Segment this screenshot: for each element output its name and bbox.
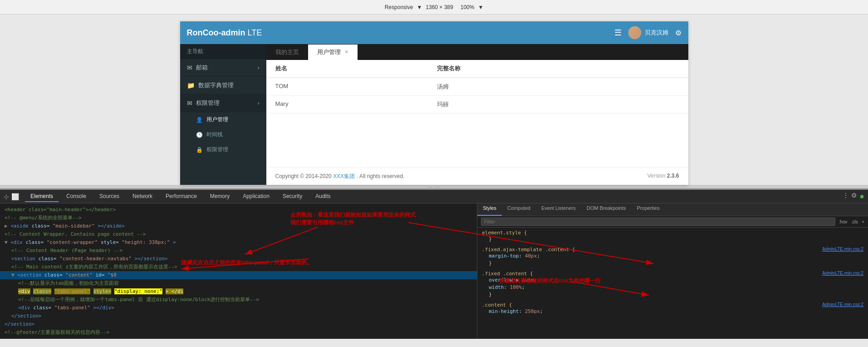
sidebar-sub-item-perm[interactable]: 🔒 权限管理 <box>180 142 266 157</box>
cursor-tool-icon[interactable]: ⊹ <box>4 193 9 200</box>
tab-users-label: 用户管理 <box>317 48 341 56</box>
dimensions-display: 1360 × 389 <box>426 4 453 10</box>
styles-tab-properties[interactable]: Properties <box>632 203 665 216</box>
share-icon[interactable]: ⚙ <box>675 29 682 37</box>
styles-tabs: Styles Computed Event Listeners DOM Brea… <box>477 203 868 216</box>
style-prop-4: overflow:▶ auto; <box>482 277 863 284</box>
dom-line-10[interactable]: <!--默认显示为tab面板，初始化为主页面容 <box>0 279 477 288</box>
devtools-styles-panel: Styles Computed Event Listeners DOM Brea… <box>477 203 868 339</box>
tab-home[interactable]: 我的主页 <box>266 45 308 60</box>
sidebar-sub-item-users[interactable]: 👤 用户管理 <box>180 112 266 127</box>
devtools-tab-memory[interactable]: Memory <box>205 191 235 202</box>
devtools-icons: ⋮ ⚙ ● <box>843 192 864 201</box>
dom-line-2[interactable]: <!-- @menu/系统的全部菜单--> <box>0 214 477 222</box>
dom-line-8[interactable]: <!-- Main content z主要的内容工作区，所有的页面都显示在这里-… <box>0 263 477 271</box>
dom-line-13[interactable]: <div class= "tabs-panel" ></div> <box>0 304 477 312</box>
devtools-tab-security[interactable]: Security <box>277 191 308 202</box>
style-file-link-3[interactable]: AdminLTE.min.css:2 <box>822 302 863 308</box>
style-prop-3: } <box>482 260 863 267</box>
close-devtools-icon[interactable]: ● <box>859 192 864 201</box>
tab-close-icon[interactable]: ✕ <box>344 49 348 55</box>
sidebar-sub-item-timeline[interactable]: 🕒 时间线 <box>180 127 266 142</box>
app-footer: Copyright © 2014-2020 XXX集团 . All rights… <box>266 168 688 185</box>
user-info[interactable]: 贝克汉姆 <box>628 26 668 39</box>
styles-tab-event-listeners[interactable]: Event Listeners <box>536 203 581 216</box>
content-body: 姓名 完整名称 TOM 汤姆 Mary 玛丽 <box>266 60 688 168</box>
dom-line-11[interactable]: <div class= "tabs-panel" style= "display… <box>0 288 477 296</box>
styles-filter-bar: :hov .cls + <box>477 216 868 228</box>
devtools-tab-elements[interactable]: Elements <box>25 191 59 202</box>
style-selector-3: .fixed .content { <box>482 271 533 277</box>
mail-icon: ✉ <box>187 64 192 71</box>
styles-tab-dom-breakpoints[interactable]: DOM Breakpoints <box>581 203 632 216</box>
devtools-divider[interactable]: — — <box>0 185 868 188</box>
dom-line-12[interactable]: <!--后续每启动一个用例，就增加一个tabs-panel 后 通过displa… <box>0 296 477 304</box>
header-right: 贝克汉姆 ⚙ <box>628 26 682 39</box>
devtools-panel: ⊹ ⬜ Elements Console Sources Network Per… <box>0 188 868 339</box>
sidebar-item-label-mail: 邮箱 <box>196 64 208 72</box>
sidebar-item-mail[interactable]: ✉ 邮箱 › <box>180 59 266 77</box>
style-rule-fixed-content: .fixed .content { AdminLTE.min.css:2 ove… <box>482 271 863 298</box>
filter-options[interactable]: :hov .cls + <box>839 219 864 224</box>
dom-line-1[interactable]: <header class="main-header"></header> <box>0 206 477 214</box>
rights-text: . All rights reserved. <box>356 173 404 179</box>
devtools-tab-audits[interactable]: Audits <box>310 191 336 202</box>
page-wrapper: Responsive ▼ 1360 × 389 100% ▼ RonCoo-ad… <box>0 0 868 347</box>
tab-users[interactable]: 用户管理 ✕ <box>308 45 358 60</box>
styles-tab-styles[interactable]: Styles <box>477 203 502 216</box>
table-row: Mary 玛丽 <box>266 96 688 114</box>
browser-toolbar: Responsive ▼ 1360 × 389 100% ▼ <box>0 0 868 15</box>
sidebar-sub-label-timeline: 时间线 <box>206 131 223 139</box>
dom-line-9[interactable]: ▼ <section class= "content" id= "$0 <box>0 271 477 279</box>
app-body: 主导航 ✉ 邮箱 › 📁 数据字典管理 ✉ 权限管理 › <box>180 44 688 185</box>
company-link[interactable]: XXX集团 <box>333 173 355 179</box>
version-number: 2.3.6 <box>667 173 679 179</box>
footer-version: Version 2.3.6 <box>647 173 679 180</box>
table-cell-fullname-2: 玛丽 <box>437 100 679 109</box>
logo-text-bold: RonCoo-admin <box>187 28 245 37</box>
inspect-icon[interactable]: ⬜ <box>11 193 19 200</box>
sidebar-sub-label-perm: 权限管理 <box>206 146 228 154</box>
styles-filter-input[interactable] <box>481 218 835 226</box>
perm-icon: 🔒 <box>196 147 203 153</box>
settings-icon[interactable]: ⚙ <box>851 192 857 201</box>
dom-line-14[interactable]: </section> <box>0 312 477 320</box>
devtools-tab-performance[interactable]: Performance <box>160 191 202 202</box>
hamburger-button[interactable]: ☰ <box>614 28 622 38</box>
dom-line-4[interactable]: <!-- Content Wrapper. Contains page cont… <box>0 230 477 238</box>
devtools-tab-sources[interactable]: Sources <box>94 191 125 202</box>
style-rule-fixed-ajax: .fixed.ajax-template .content { AdminLTE… <box>482 247 863 267</box>
sidebar-item-dict[interactable]: 📁 数据字典管理 <box>180 77 266 94</box>
dom-line-3[interactable]: ▶ <aside class= "main-sidebar" ></aside> <box>0 222 477 230</box>
more-icon[interactable]: ⋮ <box>843 192 849 201</box>
style-file-link-1[interactable]: AdminLTE.min.css:2 <box>822 247 863 253</box>
column-header-fullname: 完整名称 <box>437 64 679 73</box>
dom-line-7[interactable]: <section class= "content-header-navtabs"… <box>0 255 477 263</box>
devtools-tab-console[interactable]: Console <box>61 191 92 202</box>
styles-tab-computed[interactable]: Computed <box>502 203 536 216</box>
clock-icon: 🕒 <box>196 132 203 138</box>
chevron-right-icon-2: › <box>258 100 260 106</box>
app-header: RonCoo-admin LTE ☰ 贝克汉姆 ⚙ <box>180 21 688 44</box>
dom-line-5[interactable]: ▼ <div class= "content-wrapper" style= "… <box>0 238 477 247</box>
username: 贝克汉姆 <box>645 29 668 37</box>
dom-line-6[interactable]: <!-- Content Header (Page header) --> <box>0 247 477 255</box>
dom-line-15[interactable]: </section> <box>0 320 477 328</box>
zoom-display: 100% <box>461 4 475 10</box>
avatar-image <box>628 26 641 39</box>
chevron-right-icon: › <box>258 65 260 70</box>
dom-line-16[interactable]: <!--@footer/主要是版权相关的信息内容--> <box>0 328 477 337</box>
app-window: RonCoo-admin LTE ☰ 贝克汉姆 ⚙ <box>180 21 688 185</box>
sidebar: 主导航 ✉ 邮箱 › 📁 数据字典管理 ✉ 权限管理 › <box>180 44 266 185</box>
style-file-link-2[interactable]: AdminLTE.min.css:2 <box>822 271 863 277</box>
app-logo: RonCoo-admin LTE <box>187 28 614 38</box>
devtools-toolbar: ⊹ ⬜ Elements Console Sources Network Per… <box>0 190 868 203</box>
devtools-tab-application[interactable]: Application <box>237 191 275 202</box>
table-row: TOM 汤姆 <box>266 78 688 96</box>
folder-icon: 📁 <box>187 82 195 89</box>
sidebar-item-permission[interactable]: ✉ 权限管理 › <box>180 94 266 112</box>
content-tabs: 我的主页 用户管理 ✕ <box>266 44 688 60</box>
style-prop-2: margin-top: 40px; <box>482 253 863 260</box>
style-selector-1: element.style { <box>482 230 863 236</box>
devtools-tab-network[interactable]: Network <box>127 191 158 202</box>
